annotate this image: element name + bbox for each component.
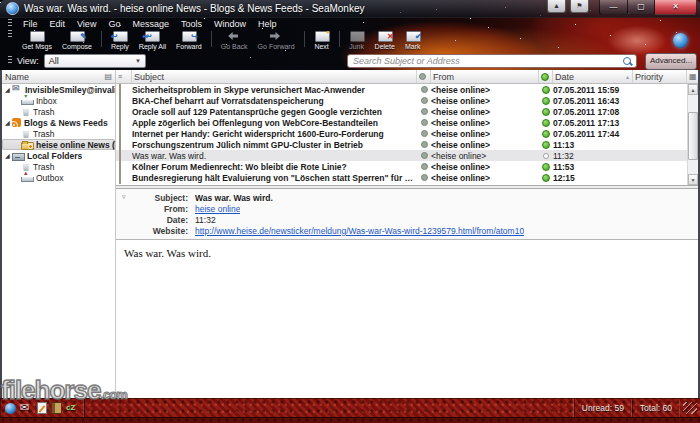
toolbar-button-label: Go Forward [258, 43, 295, 50]
date-label: Date: [136, 215, 188, 225]
twisty-icon[interactable] [5, 86, 12, 93]
junk-status-icon [419, 73, 426, 80]
message-row[interactable]: Apple zögerlich bei Offenlegung von WebC… [116, 117, 687, 128]
folder-label: heise online News (59) [36, 140, 115, 150]
folder-item-trash[interactable]: Trash [2, 161, 115, 172]
message-row[interactable]: Kölner Forum Medienrecht: Wo bleibt die … [116, 161, 687, 172]
folder-item-heise-online-news-59[interactable]: heise online News (59) [2, 139, 115, 150]
toolbar-button-forward[interactable]: Forward [171, 30, 207, 50]
toolbar-grippy[interactable] [8, 56, 12, 65]
priority-column-header[interactable]: Priority [633, 70, 687, 83]
subject-column-header[interactable]: Subject [132, 70, 417, 83]
scroll-down-icon[interactable] [688, 174, 698, 185]
toolbar-separator [101, 31, 102, 47]
title-bar[interactable]: Was war. Was wird. - heise online News -… [0, 0, 700, 18]
watermark-text: filehorse [1, 375, 100, 405]
toolbar-button-get-msgs[interactable]: Get Msgs [17, 30, 57, 50]
folder-item-trash[interactable]: Trash [2, 128, 115, 139]
message-row[interactable]: BKA-Chef beharrt auf Vorratsdatenspeiche… [116, 95, 687, 106]
unread-dot-icon [541, 73, 549, 81]
menu-item-view[interactable]: View [71, 19, 102, 29]
from-link[interactable]: heise online [195, 204, 240, 214]
minimize-button[interactable]: — [599, 0, 628, 15]
search-icon[interactable] [623, 57, 631, 65]
folder-item-inbox[interactable]: Inbox [2, 95, 115, 106]
toolbar-separator [339, 31, 340, 47]
folder-item-trash[interactable]: Trash [2, 106, 115, 117]
feed-item-icon [119, 139, 121, 151]
menu-item-file[interactable]: File [17, 19, 44, 29]
view-dropdown[interactable]: All ▼ [44, 54, 146, 68]
scrollbar-thumb[interactable] [688, 112, 698, 160]
folder-column-picker-icon[interactable] [104, 72, 112, 81]
folder-label: Outbox [36, 173, 63, 183]
toolbar-button-label: Get Msgs [22, 43, 52, 50]
folder-label: Trash [33, 129, 54, 139]
message-row[interactable]: Sicherheitsproblem in Skype verunsichert… [116, 84, 687, 95]
message-row[interactable]: Forschungszentrum Jülich nimmt GPU-Clust… [116, 139, 687, 150]
menu-item-message[interactable]: Message [126, 19, 175, 29]
thread-column-header[interactable] [116, 70, 132, 83]
message-row[interactable]: Was war. Was wird.<heise online>11:32 [116, 150, 687, 161]
junk-dot-icon [421, 119, 428, 126]
from-column-header[interactable]: From [431, 70, 539, 83]
toolbar-button-mark[interactable]: Mark [400, 30, 426, 50]
menu-item-window[interactable]: Window [208, 19, 252, 29]
menu-item-go[interactable]: Go [102, 19, 126, 29]
junk-column-header[interactable] [417, 70, 431, 83]
menu-item-tools[interactable]: Tools [175, 19, 208, 29]
folder-pane: Name InvisibleSmiley@invalidInboxTrashBl… [2, 70, 116, 398]
next-icon [314, 30, 330, 42]
scroll-up-icon[interactable] [688, 84, 698, 95]
read-status-cell [539, 108, 553, 116]
website-link[interactable]: http://www.heise.de/newsticker/meldung/W… [195, 226, 524, 236]
date-column-header[interactable]: Date [553, 70, 633, 83]
subject-value: Was war. Was wird. [195, 193, 273, 203]
folder-item-local-folders[interactable]: Local Folders [2, 150, 115, 161]
search-input[interactable] [347, 54, 637, 68]
folder-item-blogs-news-feeds[interactable]: Blogs & News Feeds [2, 117, 115, 128]
junk-dot-icon [421, 108, 428, 115]
toolbar-button-reply[interactable]: Reply [106, 30, 134, 50]
toolbar-button-compose[interactable]: Compose [57, 30, 97, 50]
toolbar-grippy[interactable] [8, 19, 12, 28]
folder-pane-header[interactable]: Name [2, 70, 115, 84]
folder-label: Inbox [36, 96, 57, 106]
read-column-header[interactable] [539, 70, 553, 83]
close-button[interactable]: ✕ [655, 0, 697, 15]
menu-item-edit[interactable]: Edit [44, 19, 72, 29]
toolbar-button-next[interactable]: Next [309, 30, 335, 50]
flag-icon[interactable]: ⚑ [570, 0, 589, 13]
message-subject: Oracle soll auf 129 Patentansprüche gege… [132, 107, 417, 117]
junk-status-cell [417, 163, 431, 170]
menu-item-help[interactable]: Help [252, 19, 283, 29]
window-bottom-frame [0, 417, 700, 423]
junk-dot-icon [421, 97, 428, 104]
arrow-up-icon[interactable]: ▲ [547, 0, 566, 13]
message-list-scrollbar[interactable] [687, 84, 698, 185]
message-subject: Sicherheitsproblem in Skype verunsichert… [132, 85, 417, 95]
advanced-search-button[interactable]: Advanced... [645, 53, 697, 70]
toolbar-button-reply-all[interactable]: Reply All [134, 30, 171, 50]
twisty-icon[interactable] [5, 152, 12, 159]
column-picker[interactable] [687, 70, 698, 83]
maximize-button[interactable]: ▢ [628, 0, 655, 15]
message-row[interactable]: Internet per Handy: Gericht widerspricht… [116, 128, 687, 139]
message-row[interactable]: Bundesregierung hält Evaluierung von "Lö… [116, 172, 687, 183]
collapse-header-icon[interactable] [122, 193, 126, 201]
message-from: <heise online> [431, 85, 539, 95]
folder-item-invisiblesmiley-invalid[interactable]: InvisibleSmiley@invalid [2, 84, 115, 95]
unread-dot-icon [542, 97, 550, 105]
message-row[interactable]: Oracle soll auf 129 Patentansprüche gege… [116, 106, 687, 117]
twisty-icon[interactable] [5, 119, 12, 126]
folder-item-outbox[interactable]: Outbox [2, 172, 115, 183]
toolbar-grippy[interactable] [8, 30, 12, 39]
message-subject: Was war. Was wird. [132, 151, 417, 161]
feed-item-icon [119, 161, 121, 173]
junk-dot-icon [421, 152, 428, 159]
app-icon [6, 2, 19, 15]
message-subject: Apple zögerlich bei Offenlegung von WebC… [132, 118, 417, 128]
folder-label: InvisibleSmiley@invalid [25, 85, 115, 95]
resize-grip[interactable] [683, 402, 697, 414]
toolbar-button-delete[interactable]: Delete [370, 30, 400, 50]
